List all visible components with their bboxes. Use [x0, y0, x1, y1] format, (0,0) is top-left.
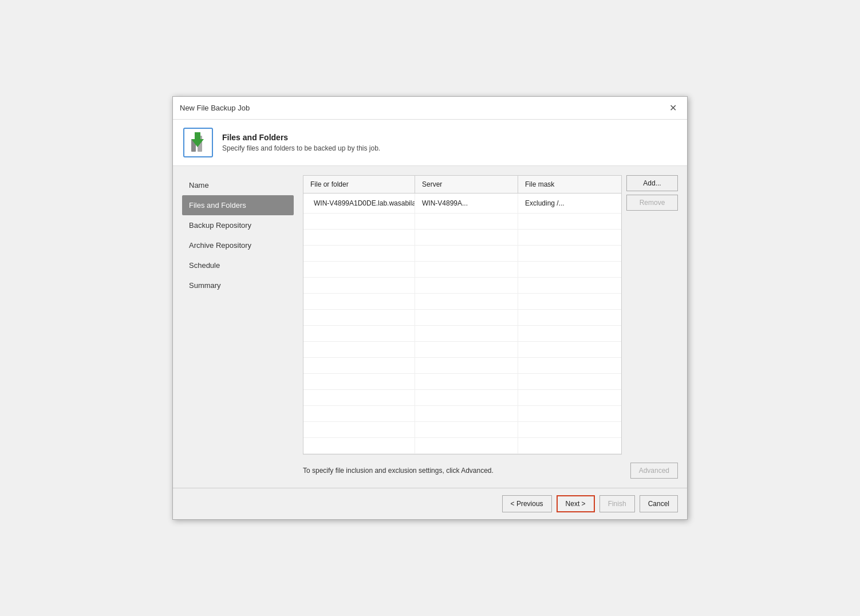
files-table: File or folder Server File mask [303, 175, 622, 455]
header-section: Files and Folders Specify files and fold… [173, 120, 687, 166]
sidebar: Name Files and Folders Backup Repository… [182, 175, 294, 479]
side-buttons: Add... Remove [626, 175, 678, 455]
col-file-mask: File mask [518, 176, 621, 193]
sidebar-item-schedule[interactable]: Schedule [182, 255, 294, 275]
cell-server: WIN-V4899A... [415, 194, 518, 213]
table-row[interactable]: WIN-V4899A1D0DE.lab.wasabilabs.io:/veea.… [303, 194, 621, 214]
bottom-bar: < Previous Next > Finish Cancel [173, 488, 687, 519]
empty-row-9 [303, 342, 621, 358]
empty-row-2 [303, 230, 621, 246]
cell-file-or-folder: WIN-V4899A1D0DE.lab.wasabilabs.io:/veea.… [303, 194, 415, 213]
veeam-icon [183, 128, 213, 157]
add-button[interactable]: Add... [626, 175, 678, 191]
sidebar-item-backup-repository[interactable]: Backup Repository [182, 215, 294, 235]
header-subtitle: Specify files and folders to be backed u… [222, 144, 380, 152]
empty-row-10 [303, 358, 621, 374]
empty-row-14 [303, 422, 621, 438]
cell-file-mask: Excluding /... [518, 194, 621, 213]
info-text: To specify file inclusion and exclusion … [303, 467, 494, 475]
col-file-or-folder: File or folder [303, 176, 415, 193]
empty-row-11 [303, 374, 621, 390]
empty-row-7 [303, 310, 621, 326]
sidebar-item-summary[interactable]: Summary [182, 275, 294, 295]
empty-row-15 [303, 438, 621, 454]
advanced-button[interactable]: Advanced [630, 463, 678, 479]
sidebar-item-files-and-folders[interactable]: Files and Folders [182, 195, 294, 215]
close-button[interactable]: ✕ [666, 101, 680, 114]
sidebar-item-name[interactable]: Name [182, 175, 294, 195]
empty-row-4 [303, 262, 621, 278]
empty-row-13 [303, 406, 621, 422]
dialog: New File Backup Job ✕ Files and Folders … [172, 96, 688, 520]
empty-row-1 [303, 214, 621, 230]
previous-button[interactable]: < Previous [502, 495, 552, 512]
empty-row-8 [303, 326, 621, 342]
empty-row-6 [303, 294, 621, 310]
body-section: Name Files and Folders Backup Repository… [173, 166, 687, 488]
next-button[interactable]: Next > [557, 495, 595, 512]
col-server: Server [415, 176, 518, 193]
info-row: To specify file inclusion and exclusion … [303, 463, 678, 479]
main-content: File or folder Server File mask [303, 175, 678, 479]
finish-button[interactable]: Finish [599, 495, 635, 512]
table-header: File or folder Server File mask [303, 176, 621, 194]
table-with-buttons: File or folder Server File mask [303, 175, 678, 455]
empty-row-5 [303, 278, 621, 294]
header-texts: Files and Folders Specify files and fold… [222, 133, 380, 152]
empty-row-12 [303, 390, 621, 406]
title-bar: New File Backup Job ✕ [173, 97, 687, 120]
remove-button[interactable]: Remove [626, 195, 678, 211]
sidebar-item-archive-repository[interactable]: Archive Repository [182, 235, 294, 255]
cancel-button[interactable]: Cancel [640, 495, 678, 512]
empty-row-3 [303, 246, 621, 262]
table-body: WIN-V4899A1D0DE.lab.wasabilabs.io:/veea.… [303, 194, 621, 454]
dialog-title: New File Backup Job [180, 104, 250, 112]
header-title: Files and Folders [222, 133, 380, 142]
